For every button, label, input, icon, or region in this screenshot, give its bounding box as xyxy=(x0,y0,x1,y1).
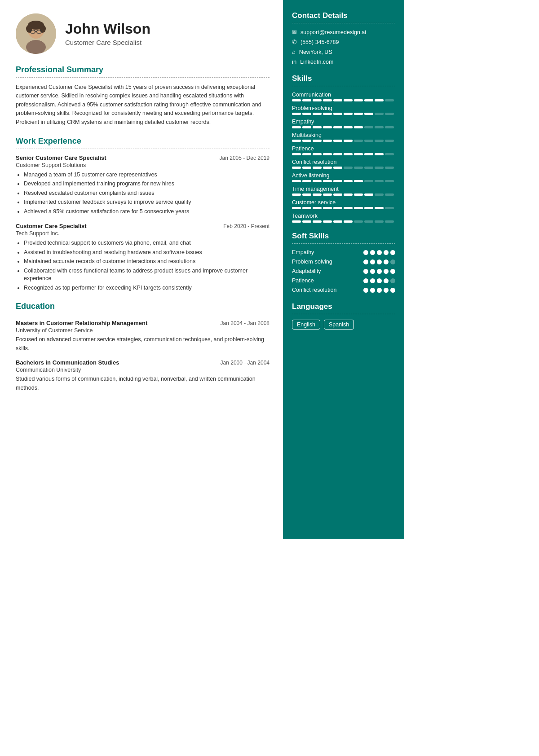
skill-bar xyxy=(292,193,395,196)
soft-skill-dot xyxy=(370,259,375,264)
skill-segment xyxy=(333,220,342,223)
skill-segment xyxy=(302,99,311,101)
skill-segment xyxy=(364,220,373,223)
edu-header: Bachelors in Communication Studies Jan 2… xyxy=(16,359,270,366)
skill-segment xyxy=(354,193,363,196)
skill-segment xyxy=(313,167,322,169)
soft-skill-dot xyxy=(384,288,389,293)
skill-item: Teamwork xyxy=(292,213,395,223)
skill-segment xyxy=(364,126,373,128)
skill-segment xyxy=(323,126,332,128)
contact-item: in LinkedIn.com xyxy=(292,58,395,65)
list-item: Managed a team of 15 customer care repre… xyxy=(24,171,270,179)
skill-bar xyxy=(292,99,395,101)
job-date: Feb 2020 - Present xyxy=(223,223,270,229)
contact-item: ✆ (555) 345-6789 xyxy=(292,39,395,45)
edu-date: Jan 2004 - Jan 2008 xyxy=(221,320,270,326)
skill-segment xyxy=(364,207,373,209)
skill-segment xyxy=(375,113,384,115)
skill-segment xyxy=(302,167,311,169)
skills-container: Communication Problem-solving Empathy Mu… xyxy=(292,92,395,223)
work-experience-title: Work Experience xyxy=(16,136,270,146)
soft-skill-name: Patience xyxy=(292,277,363,284)
contact-divider xyxy=(292,23,395,23)
skills-divider xyxy=(292,86,395,86)
soft-skills-container: Empathy Problem-solving Adaptability Pat… xyxy=(292,249,395,293)
soft-skill-dot xyxy=(377,288,382,293)
skills-title: Skills xyxy=(292,74,395,83)
soft-skill-dot xyxy=(390,288,395,293)
skill-name: Patience xyxy=(292,145,395,152)
skill-name: Active listening xyxy=(292,172,395,179)
skill-segment xyxy=(333,140,342,142)
contact-value: LinkedIn.com xyxy=(300,59,333,65)
skill-segment xyxy=(354,153,363,155)
contact-icon: ✉ xyxy=(292,29,297,35)
skill-segment xyxy=(364,153,373,155)
skill-segment xyxy=(354,99,363,101)
job-block: Senior Customer Care Specialist Jan 2005… xyxy=(16,154,270,216)
list-item: Resolved escalated customer complaints a… xyxy=(24,189,270,198)
soft-skill-name: Empathy xyxy=(292,249,363,255)
header: John Wilson Customer Care Specialist xyxy=(16,13,270,54)
contact-value: (555) 345-6789 xyxy=(300,39,339,45)
skill-segment xyxy=(364,180,373,182)
skill-segment xyxy=(364,140,373,142)
skill-item: Customer service xyxy=(292,199,395,209)
skill-segment xyxy=(323,180,332,182)
avatar xyxy=(16,13,56,54)
skill-segment xyxy=(375,193,384,196)
skill-segment xyxy=(313,153,322,155)
soft-skill-dot xyxy=(390,250,395,255)
work-experience-section: Work Experience Senior Customer Care Spe… xyxy=(16,136,270,292)
skill-item: Time management xyxy=(292,186,395,196)
skill-segment xyxy=(364,99,373,101)
edu-degree: Masters in Customer Relationship Managem… xyxy=(16,320,147,326)
skill-segment xyxy=(292,126,301,128)
skill-segment xyxy=(323,99,332,101)
skill-segment xyxy=(364,193,373,196)
list-item: Maintained accurate records of customer … xyxy=(24,258,270,266)
header-text: John Wilson Customer Care Specialist xyxy=(65,21,150,46)
job-company: Tech Support Inc. xyxy=(16,230,270,237)
skill-segment xyxy=(292,207,301,209)
skill-bar xyxy=(292,180,395,182)
work-experience-divider xyxy=(16,149,270,149)
skill-segment xyxy=(323,220,332,223)
skill-name: Teamwork xyxy=(292,213,395,219)
skill-segment xyxy=(344,153,353,155)
soft-skill-dot xyxy=(390,269,395,274)
skill-name: Empathy xyxy=(292,119,395,125)
soft-skill-name: Adaptability xyxy=(292,268,363,274)
summary-section: Professional Summary Experienced Custome… xyxy=(16,65,270,127)
skill-segment xyxy=(344,193,353,196)
skill-bar xyxy=(292,220,395,223)
dots-container xyxy=(363,278,395,283)
skill-segment xyxy=(313,99,322,101)
soft-skill-dot xyxy=(363,259,368,264)
skill-bar xyxy=(292,207,395,209)
skill-segment xyxy=(313,140,322,142)
skill-segment xyxy=(344,207,353,209)
skill-segment xyxy=(354,113,363,115)
right-panel: Contact Details ✉ support@resumedesign.a… xyxy=(283,0,404,539)
soft-skills-section: Soft Skills Empathy Problem-solving Adap… xyxy=(292,232,395,293)
skill-segment xyxy=(385,220,394,223)
skill-segment xyxy=(302,207,311,209)
summary-text: Experienced Customer Care Specialist wit… xyxy=(16,83,270,127)
skill-segment xyxy=(333,113,342,115)
skill-segment xyxy=(323,193,332,196)
soft-skill-dot xyxy=(363,288,368,293)
skill-segment xyxy=(375,180,384,182)
skill-segment xyxy=(313,180,322,182)
contact-icon: ⌂ xyxy=(292,48,296,55)
edu-container: Masters in Customer Relationship Managem… xyxy=(16,320,270,392)
soft-skill-dot xyxy=(363,250,368,255)
skill-segment xyxy=(333,193,342,196)
dots-container xyxy=(363,269,395,274)
soft-skill-item: Problem-solving xyxy=(292,259,395,265)
skill-segment xyxy=(375,140,384,142)
job-block: Customer Care Specialist Feb 2020 - Pres… xyxy=(16,223,270,292)
soft-skill-dot xyxy=(370,288,375,293)
dots-container xyxy=(363,288,395,293)
